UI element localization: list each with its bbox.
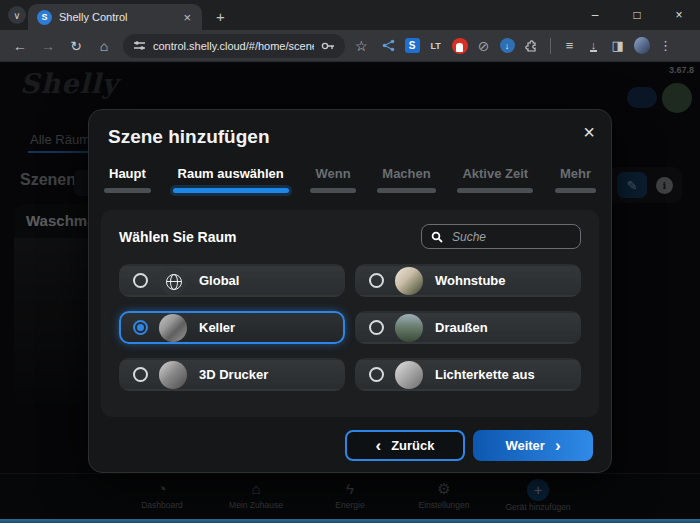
extensions-puzzle-icon[interactable] [523,38,539,54]
radio-button[interactable] [133,367,148,382]
window-bottom-edge [0,519,700,523]
browser-tab[interactable]: S Shelly Control × [28,4,202,30]
forward-button[interactable]: → [36,34,60,58]
panel-title: Wählen Sie Raum [119,229,236,245]
reload-button[interactable]: ↻ [64,34,88,58]
room-option[interactable]: Keller [119,311,345,344]
room-label: Keller [199,320,235,335]
room-option[interactable]: Wohnstube [355,264,581,297]
modal-tab-label: Machen [377,166,435,181]
modal-tab[interactable]: Machen [377,166,435,193]
url-text: control.shelly.cloud/#/home/scene… [153,40,314,52]
search-box[interactable] [421,224,581,249]
room-label: 3D Drucker [199,367,268,382]
room-label: Draußen [435,320,488,335]
share-icon[interactable] [381,38,397,54]
next-button-modal[interactable]: Weiter › [473,430,593,461]
extensions-row: S LT ⊘ ↓ ≡ ↓ ◨ ⋮ [381,38,674,54]
modal-tab[interactable]: Mehr [555,166,596,193]
modal-tab-bar [173,188,289,193]
modal-tab-label: Wenn [310,166,355,181]
room-option[interactable]: 3D Drucker [119,358,345,391]
home-button[interactable]: ⌂ [92,34,116,58]
minimize-button[interactable]: – [574,8,616,22]
back-button-modal[interactable]: ‹ Zurück [345,430,465,461]
downloader-extension-icon[interactable]: ↓ [500,38,515,53]
bookmark-star-icon[interactable]: ☆ [352,38,371,54]
shelly-favicon-icon: S [37,10,52,25]
modal-tab-bar [310,188,355,193]
extension-s-icon[interactable]: S [405,38,420,53]
modal-tab[interactable]: Raum auswählen [173,166,289,193]
next-label: Weiter [505,438,545,453]
room-grid: Global Wohnstube Keller [119,264,581,391]
room-avatar [159,361,187,389]
modal-close-icon[interactable]: × [583,122,595,142]
window-controls: – □ × [574,0,700,30]
room-label: Global [199,273,239,288]
modal-tab-label: Haupt [104,166,151,181]
modal-tab-label: Aktive Zeit [457,166,533,181]
profile-avatar[interactable] [634,38,650,54]
languagetool-icon[interactable]: LT [428,38,444,54]
browser-toolbar: ← → ↻ ⌂ control.shelly.cloud/#/home/scen… [0,30,700,62]
modal-tab-label: Mehr [555,166,596,181]
back-label: Zurück [391,438,434,453]
chevron-right-icon: › [555,437,561,454]
search-input[interactable] [450,229,571,245]
modal-tab[interactable]: Haupt [104,166,151,193]
modal-tab-bar [104,188,151,193]
room-avatar [159,314,187,342]
radio-button[interactable] [133,320,148,335]
modal-tabs: Haupt Raum auswählen Wenn Machen [89,166,611,193]
room-label: Wohnstube [435,273,506,288]
modal-tab-bar [457,188,533,193]
radio-button[interactable] [133,273,148,288]
address-bar[interactable]: control.shelly.cloud/#/home/scene… [123,34,345,58]
modal-tab[interactable]: Aktive Zeit [457,166,533,193]
new-tab-button[interactable]: + [210,4,231,30]
room-option[interactable]: Draußen [355,311,581,344]
chrome-menu-icon[interactable]: ⋮ [658,38,674,54]
side-panel-icon[interactable]: ◨ [610,38,626,54]
tab-search-button[interactable]: ∨ [8,6,26,24]
password-key-icon[interactable] [321,41,335,51]
tab-list-icon[interactable]: ≡ [562,38,578,54]
search-icon [431,231,443,243]
chevron-down-icon: ∨ [13,10,20,21]
room-option[interactable]: Global [119,264,345,297]
room-label: Lichterkette aus [435,367,535,382]
close-window-button[interactable]: × [658,8,700,22]
modal-tab-bar [377,188,435,193]
radio-button[interactable] [369,320,384,335]
back-button[interactable]: ← [8,34,32,58]
browser-titlebar: ∨ S Shelly Control × + – □ × [0,0,700,30]
room-avatar [395,267,423,295]
tab-close-icon[interactable]: × [181,10,193,25]
modal-tab-label: Raum auswählen [173,166,289,181]
room-avatar [159,267,187,295]
maximize-button[interactable]: □ [616,8,658,22]
radio-button[interactable] [369,273,384,288]
room-avatar [395,314,423,342]
modal-footer: ‹ Zurück Weiter › [345,430,593,461]
shelly-app-page: Shelly 3.67.8 Alle Räume Szenen ✎ i Wasc… [0,63,700,523]
downloads-icon[interactable]: ↓ [590,40,598,52]
modal-title: Szene hinzufügen [108,126,270,148]
adblock-icon[interactable] [452,38,468,54]
chevron-left-icon: ‹ [375,437,381,454]
modal-tab[interactable]: Wenn [310,166,355,193]
blocker-icon[interactable]: ⊘ [476,38,492,54]
site-settings-icon[interactable] [133,39,146,52]
add-scene-modal: Szene hinzufügen × Haupt Raum auswählen … [88,109,612,473]
room-option[interactable]: Lichterkette aus [355,358,581,391]
tab-title: Shelly Control [59,11,181,23]
toolbar-divider [550,38,551,54]
room-avatar [395,361,423,389]
room-select-panel: Wählen Sie Raum Global [101,210,599,417]
radio-button[interactable] [369,367,384,382]
modal-tab-bar [555,188,596,193]
